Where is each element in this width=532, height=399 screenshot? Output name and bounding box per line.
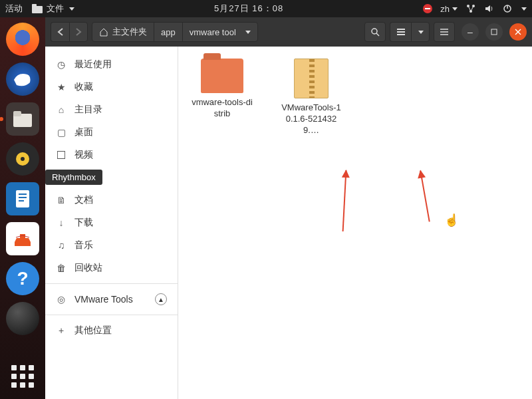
path-home[interactable]: 主文件夹: [92, 23, 154, 41]
sidebar-item-documents[interactable]: 🗎文档: [45, 189, 178, 211]
view-list-button[interactable]: [390, 22, 411, 42]
dock: ?: [0, 17, 45, 399]
volume-icon[interactable]: [484, 4, 495, 13]
back-button[interactable]: [51, 22, 69, 42]
activities-button[interactable]: 活动: [5, 3, 23, 15]
top-panel: 活动 文件 5月27日 16：08 zh: [0, 0, 532, 17]
file-archive-vmwaretools[interactable]: VMwareTools-10.1.6-5214329.…: [279, 59, 343, 136]
path-seg-vmware[interactable]: vmware tool: [183, 23, 257, 41]
svg-rect-24: [491, 29, 497, 35]
maximize-icon: [491, 29, 497, 35]
ime-indicator[interactable]: zh: [440, 4, 458, 14]
plus-icon: +: [56, 325, 66, 336]
menu-icon: [440, 28, 449, 36]
search-icon: [370, 27, 380, 37]
titlebar: 主文件夹 app vmware tool –: [45, 17, 532, 47]
svg-rect-15: [20, 234, 25, 239]
chevron-down-icon: [452, 7, 458, 11]
sidebar-item-vmware-tools[interactable]: ◎VMware Tools▲: [45, 288, 178, 311]
svg-rect-1: [32, 4, 37, 7]
sidebar-item-other[interactable]: +其他位置: [45, 319, 178, 342]
sidebar-item-desktop[interactable]: ▢桌面: [45, 121, 178, 144]
forward-button[interactable]: [69, 22, 88, 42]
sidebar: ◷最近使用 ★收藏 ⌂主目录 ▢桌面 🞎视频 ▣图片 🗎文档 ↓下载 ♫音乐 🗑…: [45, 47, 178, 399]
close-icon: [515, 29, 521, 35]
dock-writer[interactable]: [6, 182, 39, 215]
star-icon: ★: [56, 82, 66, 92]
minimize-button[interactable]: –: [462, 23, 479, 41]
cursor-icon: ☝: [444, 213, 459, 227]
annotation-arrow: [420, 170, 430, 221]
app-menu[interactable]: 文件: [32, 3, 74, 15]
file-folder-vmware-tools-distrib[interactable]: vmware-tools-distrib: [190, 59, 254, 120]
sidebar-item-home[interactable]: ⌂主目录: [45, 98, 178, 121]
chevron-down-icon: [418, 31, 424, 34]
disc-icon: ◎: [56, 294, 66, 305]
downloads-icon: ↓: [56, 217, 66, 228]
chevron-left-icon: [57, 28, 64, 36]
error-indicator-icon[interactable]: [423, 4, 432, 13]
svg-rect-8: [13, 111, 21, 116]
dock-rhythmbox[interactable]: [6, 142, 39, 176]
folder-icon: [32, 4, 43, 13]
dock-unknown[interactable]: [6, 302, 39, 335]
eject-button[interactable]: ▲: [155, 293, 167, 305]
sidebar-item-trash[interactable]: 🗑回收站: [45, 257, 178, 279]
close-button[interactable]: [509, 23, 527, 41]
sidebar-item-videos[interactable]: 🞎视频: [45, 144, 178, 166]
documents-icon: 🗎: [56, 195, 66, 205]
hamburger-menu[interactable]: [434, 22, 455, 42]
chevron-down-icon: [521, 7, 527, 11]
music-icon: ♫: [56, 240, 66, 251]
dock-tooltip: Rhythmbox: [45, 170, 102, 185]
folder-icon: [201, 59, 243, 93]
sidebar-item-recent[interactable]: ◷最近使用: [45, 53, 178, 76]
chevron-down-icon: [69, 7, 74, 11]
archive-icon: [294, 59, 329, 98]
dock-thunderbird[interactable]: [6, 63, 39, 96]
video-icon: 🞎: [56, 150, 66, 160]
file-grid[interactable]: vmware-tools-distrib VMwareTools-10.1.6-…: [178, 47, 532, 399]
chevron-right-icon: [75, 28, 82, 36]
power-icon[interactable]: [503, 4, 512, 13]
view-options-button[interactable]: [411, 22, 430, 42]
dock-firefox[interactable]: [6, 23, 39, 56]
network-icon[interactable]: [466, 4, 476, 13]
desktop-icon: ▢: [56, 127, 66, 138]
sidebar-item-downloads[interactable]: ↓下载: [45, 211, 178, 234]
trash-icon: 🗑: [56, 263, 66, 273]
dock-files[interactable]: [6, 102, 39, 136]
annotation-arrow: [342, 170, 347, 231]
list-icon: [396, 28, 406, 36]
chevron-down-icon: [245, 31, 251, 34]
files-window: 主文件夹 app vmware tool – ◷最近使用 ★收藏 ⌂主目录 ▢桌…: [45, 17, 532, 399]
dock-software[interactable]: [6, 222, 39, 255]
home-icon: ⌂: [56, 104, 66, 115]
svg-point-16: [372, 29, 377, 34]
sidebar-item-music[interactable]: ♫音乐: [45, 234, 178, 257]
sidebar-item-starred[interactable]: ★收藏: [45, 76, 178, 98]
search-button[interactable]: [364, 22, 386, 42]
path-seg-app[interactable]: app: [154, 23, 183, 41]
clock-icon: ◷: [56, 59, 66, 70]
maximize-button[interactable]: [485, 23, 503, 41]
svg-line-17: [376, 33, 379, 36]
pathbar: 主文件夹 app vmware tool: [92, 22, 258, 42]
svg-point-10: [21, 157, 25, 161]
clock[interactable]: 5月27日 16：08: [74, 3, 423, 15]
dock-help[interactable]: ?: [6, 262, 39, 295]
show-applications[interactable]: [8, 362, 37, 391]
svg-rect-11: [16, 190, 29, 207]
home-icon: [99, 27, 108, 37]
